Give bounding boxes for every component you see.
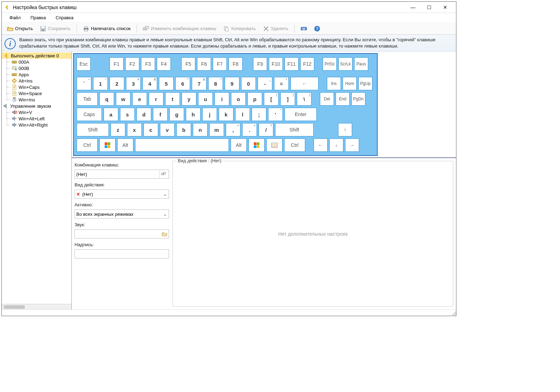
- key-[interactable]: `~: [77, 77, 91, 90]
- horizontal-scrollbar[interactable]: [2, 304, 71, 309]
- key-[interactable]: =+: [274, 77, 289, 90]
- key-del[interactable]: Del: [320, 92, 334, 106]
- key-f3[interactable]: F3: [141, 57, 155, 71]
- key-8[interactable]: 8*: [208, 77, 223, 90]
- key-7[interactable]: 7&: [192, 77, 206, 90]
- key-9[interactable]: 9: [225, 77, 239, 90]
- key-[interactable]: [{: [264, 92, 279, 106]
- key-f4[interactable]: F4: [157, 57, 171, 71]
- key-t[interactable]: t: [165, 92, 180, 106]
- open-button[interactable]: Открыть: [4, 24, 36, 33]
- key-y[interactable]: y: [182, 92, 196, 106]
- tree-item[interactable]: 000A: [2, 59, 71, 65]
- tree-item[interactable]: Alt+Ins: [2, 78, 71, 84]
- key-l[interactable]: l: [235, 108, 250, 121]
- key-menu[interactable]: [266, 138, 282, 152]
- key-[interactable]: -_: [258, 77, 272, 90]
- key-g[interactable]: g: [169, 108, 184, 121]
- menu-file[interactable]: Файл: [5, 14, 26, 22]
- maximize-button[interactable]: ☐: [421, 2, 437, 13]
- key-[interactable]: ←: [290, 77, 318, 90]
- key-pgup[interactable]: PgUp: [358, 77, 372, 90]
- key-u[interactable]: u: [198, 92, 213, 106]
- key-[interactable]: \|: [297, 92, 312, 106]
- key-win-left[interactable]: [99, 138, 115, 152]
- key-s[interactable]: s: [120, 108, 135, 121]
- help-button[interactable]: ?: [311, 24, 323, 33]
- key-hom[interactable]: Hom: [343, 77, 357, 90]
- key-6[interactable]: 6^: [175, 77, 190, 90]
- key-z[interactable]: z: [111, 123, 125, 136]
- key-[interactable]: /?: [259, 123, 273, 136]
- key-o[interactable]: o: [231, 92, 246, 106]
- key-caps[interactable]: Caps: [77, 108, 102, 121]
- key-v[interactable]: v: [160, 123, 175, 136]
- key-space[interactable]: [135, 138, 229, 152]
- tree[interactable]: Выполнить действие 0 000A000BAppsAlt+Ins…: [2, 52, 71, 304]
- key-[interactable]: ,<: [226, 123, 240, 136]
- sound-field[interactable]: [75, 229, 169, 238]
- key-0[interactable]: 0: [241, 77, 256, 90]
- print-button[interactable]: Напечатать список: [80, 24, 134, 33]
- key-e[interactable]: e: [132, 92, 147, 106]
- key-ctrl[interactable]: Ctrl: [77, 138, 98, 152]
- key-5[interactable]: 5: [159, 77, 174, 90]
- active-select[interactable]: Во всех экранных режимах: [75, 209, 169, 219]
- key-scrlk[interactable]: ScrLk: [338, 57, 352, 71]
- key-esc[interactable]: Esc: [77, 57, 91, 71]
- key-enter[interactable]: Enter: [285, 108, 317, 121]
- key-f12[interactable]: F12: [300, 57, 314, 71]
- key-alt[interactable]: Alt: [231, 138, 247, 152]
- key-4[interactable]: 4$: [142, 77, 157, 90]
- tree-item[interactable]: Win+Alt+Left: [2, 115, 71, 122]
- key-f[interactable]: f: [153, 108, 168, 121]
- tree-item[interactable]: Win+V: [2, 109, 71, 115]
- key-shift[interactable]: Shift: [77, 123, 109, 136]
- key-[interactable]: ↑: [338, 123, 352, 136]
- tree-item[interactable]: 000B: [2, 65, 71, 71]
- key-f7[interactable]: F7: [213, 57, 227, 71]
- delete-button[interactable]: Удалить: [260, 24, 292, 33]
- key-n[interactable]: n: [193, 123, 208, 136]
- tree-root[interactable]: Выполнить действие 0: [2, 52, 71, 59]
- key-ctrl[interactable]: Ctrl: [284, 138, 305, 152]
- key-f1[interactable]: F1: [110, 57, 124, 71]
- tree-item[interactable]: Win+Space: [2, 90, 71, 97]
- key-f6[interactable]: F6: [197, 57, 211, 71]
- tree-item[interactable]: Apps: [2, 71, 71, 78]
- key-3[interactable]: 3#: [126, 77, 141, 90]
- key-h[interactable]: h: [186, 108, 201, 121]
- minimize-button[interactable]: —: [405, 2, 421, 13]
- key-j[interactable]: j: [202, 108, 217, 121]
- key-[interactable]: ]}: [280, 92, 295, 106]
- tree-item[interactable]: Win+Alt+Right: [2, 122, 71, 128]
- key-f8[interactable]: F8: [229, 57, 243, 71]
- key-pgdn[interactable]: PgDn: [351, 92, 365, 106]
- resize-grip[interactable]: [450, 310, 456, 316]
- key-alt[interactable]: Alt: [117, 138, 133, 152]
- key-c[interactable]: c: [144, 123, 158, 136]
- key-prtsc[interactable]: PrtSc: [323, 57, 337, 71]
- menu-help[interactable]: Справка: [51, 14, 78, 22]
- tree-item[interactable]: Win+Caps: [2, 84, 71, 90]
- key-2[interactable]: 2: [110, 77, 124, 90]
- key-i[interactable]: i: [215, 92, 229, 106]
- key-q[interactable]: q: [99, 92, 114, 106]
- save-button[interactable]: Сохранить: [37, 24, 74, 33]
- key-m[interactable]: m: [209, 123, 224, 136]
- menu-edit[interactable]: Правка: [26, 14, 51, 22]
- key-ins[interactable]: Ins: [327, 77, 341, 90]
- key-a[interactable]: a: [104, 108, 118, 121]
- folder-icon[interactable]: [162, 231, 167, 236]
- change-combo-button[interactable]: Изменить комбинацию клавиш: [140, 24, 219, 33]
- key-win-right[interactable]: [248, 138, 265, 152]
- key-w[interactable]: w: [116, 92, 131, 106]
- key-[interactable]: ←: [314, 138, 328, 152]
- key-paus[interactable]: Paus: [354, 57, 368, 71]
- key-k[interactable]: k: [219, 108, 233, 121]
- tree-group-sound[interactable]: Управление звуком: [2, 103, 71, 109]
- key-[interactable]: ↓: [329, 138, 343, 152]
- caption-input[interactable]: [75, 249, 169, 258]
- close-button[interactable]: ✕: [437, 2, 453, 13]
- key-f10[interactable]: F10: [269, 57, 283, 71]
